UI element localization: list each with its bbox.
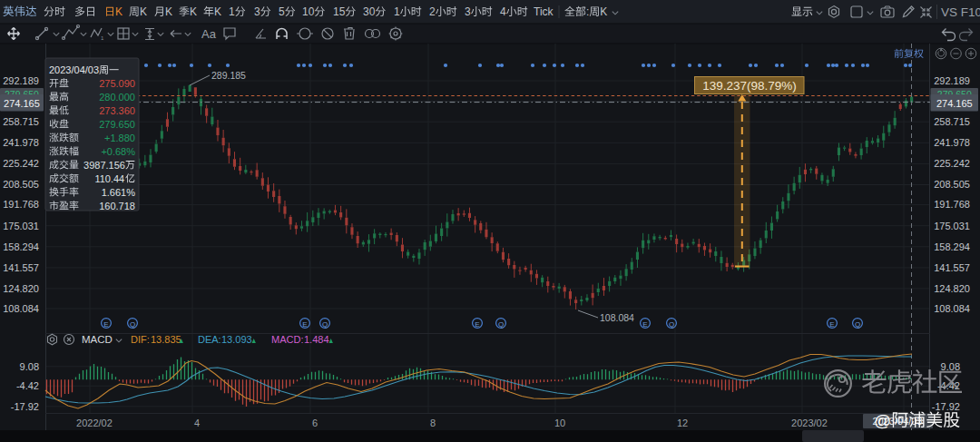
svg-text:DIF:: DIF: [131, 334, 150, 345]
svg-text:241.978: 241.978 [934, 137, 970, 148]
svg-text:141.557: 141.557 [3, 262, 39, 273]
svg-text:258.715: 258.715 [3, 116, 39, 127]
svg-text:175.031: 175.031 [3, 221, 39, 231]
svg-text:9.08: 9.08 [20, 361, 39, 372]
svg-text:Aa: Aa [201, 27, 217, 41]
svg-text:225.242: 225.242 [3, 158, 39, 169]
svg-text:-17.92: -17.92 [932, 401, 960, 412]
svg-text:258.715: 258.715 [934, 116, 970, 127]
svg-text:2023/02: 2023/02 [791, 417, 828, 428]
svg-text:4: 4 [194, 417, 200, 428]
svg-text:292.189: 292.189 [3, 75, 39, 86]
svg-text:Tick: Tick [534, 5, 554, 18]
svg-text:10: 10 [554, 417, 565, 428]
svg-text:3: 3 [465, 5, 471, 18]
svg-text:3987.156: 3987.156 [83, 160, 125, 171]
svg-text:158.294: 158.294 [934, 241, 970, 252]
svg-text:2022/02: 2022/02 [76, 417, 113, 428]
svg-text:1.661%: 1.661% [102, 187, 136, 198]
svg-text::: : [586, 5, 589, 18]
svg-text:3: 3 [254, 5, 260, 18]
svg-text:124.820: 124.820 [934, 283, 970, 294]
svg-text:K: K [140, 5, 147, 18]
svg-text:8: 8 [430, 417, 436, 428]
svg-text:MACD: MACD [82, 334, 113, 345]
svg-text:+1.880: +1.880 [104, 133, 135, 143]
svg-text:MACD:: MACD: [271, 334, 303, 345]
svg-text:108.084: 108.084 [934, 303, 970, 314]
svg-text:5: 5 [279, 5, 285, 18]
svg-text:Q: Q [669, 320, 674, 329]
svg-text:289.185: 289.185 [211, 70, 246, 81]
svg-text:4: 4 [500, 5, 506, 18]
svg-text:208.505: 208.505 [934, 179, 970, 190]
svg-text:15: 15 [333, 5, 346, 18]
svg-text:225.242: 225.242 [934, 158, 970, 169]
svg-text:2: 2 [429, 5, 436, 18]
svg-text:6: 6 [312, 417, 318, 428]
svg-text:1.484: 1.484 [304, 334, 329, 345]
svg-text:13.093: 13.093 [221, 334, 252, 345]
svg-text:110.44: 110.44 [94, 173, 124, 184]
svg-text:141.557: 141.557 [934, 262, 970, 273]
svg-text:191.768: 191.768 [3, 199, 39, 210]
svg-text:-17.92: -17.92 [11, 401, 39, 412]
svg-text:280.000: 280.000 [99, 92, 135, 103]
svg-text:274.165: 274.165 [4, 98, 40, 109]
svg-text:VS F10: VS F10 [941, 5, 980, 19]
svg-text:K: K [165, 5, 172, 18]
svg-text:273.360: 273.360 [99, 105, 135, 116]
svg-text:160.718: 160.718 [99, 201, 135, 211]
svg-text:Q: Q [498, 320, 504, 329]
svg-text:191.768: 191.768 [934, 199, 970, 210]
svg-text:E: E [302, 320, 307, 329]
svg-text:274.165: 274.165 [936, 98, 973, 109]
svg-text:Q: Q [855, 320, 860, 329]
svg-text:DEA:: DEA: [198, 334, 221, 345]
svg-text:292.189: 292.189 [934, 75, 970, 86]
svg-text:K: K [190, 5, 197, 18]
svg-text:108.084: 108.084 [600, 312, 634, 323]
svg-text:E: E [103, 320, 108, 329]
svg-text:K: K [115, 5, 122, 18]
svg-text:124.820: 124.820 [3, 283, 39, 294]
svg-text:275.090: 275.090 [99, 78, 135, 89]
svg-text:K: K [214, 5, 221, 18]
svg-text:E: E [642, 320, 647, 329]
svg-text:30: 30 [363, 5, 376, 18]
svg-text:279.650: 279.650 [99, 119, 135, 130]
svg-text:Q: Q [130, 320, 135, 329]
svg-text:108.084: 108.084 [3, 303, 39, 314]
svg-text:Q: Q [322, 320, 328, 329]
svg-text:139.237(98.79%): 139.237(98.79%) [702, 79, 797, 93]
svg-text:175.031: 175.031 [934, 221, 970, 231]
svg-text:@: @ [874, 411, 891, 430]
svg-text:12: 12 [677, 417, 688, 428]
svg-text:208.505: 208.505 [3, 179, 39, 190]
svg-text:158.294: 158.294 [3, 241, 39, 252]
svg-text:9.08: 9.08 [941, 361, 960, 372]
svg-text:K: K [600, 5, 607, 18]
svg-text:E: E [475, 320, 479, 329]
svg-text:-4.42: -4.42 [16, 380, 39, 391]
svg-text:241.978: 241.978 [3, 137, 39, 148]
svg-text:E: E [829, 320, 834, 329]
svg-text:13.835: 13.835 [151, 334, 181, 345]
svg-text:1: 1 [394, 5, 400, 18]
svg-text:1: 1 [229, 5, 235, 18]
svg-text:2023/04/03: 2023/04/03 [49, 64, 99, 75]
svg-text:10: 10 [302, 5, 315, 18]
svg-text:+0.68%: +0.68% [101, 146, 135, 157]
